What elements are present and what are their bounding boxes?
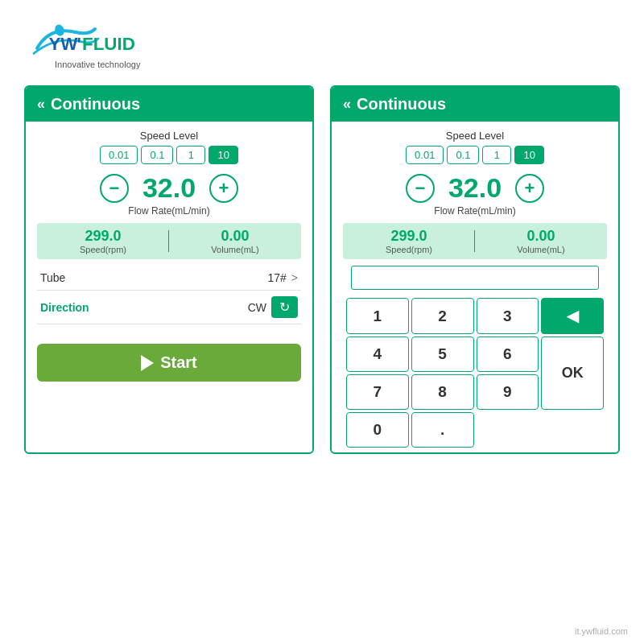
- direction-toggle-left[interactable]: ↻: [271, 296, 298, 318]
- panel-left-header: « Continuous: [26, 87, 312, 122]
- start-button[interactable]: Start: [37, 344, 301, 382]
- svg-text:FLUID: FLUID: [82, 34, 135, 54]
- stat-speed-value-right: 299.0: [343, 228, 475, 245]
- decrease-btn-right[interactable]: −: [406, 174, 435, 203]
- panel-left-title: Continuous: [51, 95, 140, 114]
- stat-volume-value-right: 0.00: [475, 228, 607, 245]
- stat-speed-label-right: Speed(rpm): [343, 245, 475, 254]
- key-dot[interactable]: .: [411, 412, 474, 448]
- key-ok[interactable]: OK: [541, 336, 604, 410]
- back-icon-right[interactable]: «: [343, 96, 349, 113]
- speed-label-left: Speed Level: [37, 130, 301, 142]
- tube-value-left[interactable]: 17# >: [267, 271, 298, 284]
- logo-svg: YW ' FLUID: [24, 14, 153, 63]
- stat-speed-value-left: 299.0: [37, 228, 169, 245]
- play-icon: [141, 355, 154, 371]
- key-6[interactable]: 6: [477, 336, 539, 372]
- stat-volume-left: 0.00 Volume(mL): [169, 228, 301, 254]
- stat-volume-label-right: Volume(mL): [475, 245, 607, 254]
- key-backspace[interactable]: ◀: [541, 298, 604, 334]
- key-9[interactable]: 9: [477, 374, 539, 410]
- flow-rate-row-right: − 32.0 +: [343, 172, 607, 204]
- direction-value-left: CW ↻: [248, 296, 298, 318]
- flow-value-left: 32.0: [137, 172, 201, 204]
- panels-container: « Continuous Speed Level 0.01 0.1 1 10 −…: [0, 85, 644, 454]
- start-btn-wrap: Start: [26, 332, 312, 391]
- speed-btn-0.01-left[interactable]: 0.01: [100, 146, 138, 164]
- panel-right-body: Speed Level 0.01 0.1 1 10 − 32.0 + Flow …: [332, 122, 618, 452]
- watermark: it.ywfluid.com: [575, 626, 628, 636]
- panel-left: « Continuous Speed Level 0.01 0.1 1 10 −…: [24, 85, 314, 454]
- key-3[interactable]: 3: [477, 298, 539, 334]
- increase-btn-left[interactable]: +: [209, 174, 238, 203]
- speed-buttons-right: 0.01 0.1 1 10: [343, 146, 607, 164]
- stat-volume-value-left: 0.00: [169, 228, 301, 245]
- key-8[interactable]: 8: [411, 374, 474, 410]
- keypad-input-display: [351, 266, 599, 290]
- flow-rate-row-left: − 32.0 +: [37, 172, 301, 204]
- tube-chevron-left: >: [291, 271, 298, 284]
- keypad-grid: 1 2 3 ◀ 4 5 6 OK 7 8 9 0 .: [343, 295, 607, 452]
- speed-btn-10-right[interactable]: 10: [514, 146, 543, 164]
- flow-unit-right: Flow Rate(mL/min): [343, 205, 607, 217]
- panel-right-title: Continuous: [357, 95, 446, 114]
- stat-speed-right: 299.0 Speed(rpm): [343, 228, 475, 254]
- logo-area: YW ' FLUID Innovative technology: [0, 0, 644, 77]
- increase-btn-right[interactable]: +: [515, 174, 544, 203]
- start-label: Start: [160, 353, 197, 372]
- panel-right: « Continuous Speed Level 0.01 0.1 1 10 −…: [330, 85, 620, 454]
- panel-left-body: Speed Level 0.01 0.1 1 10 − 32.0 + Flow …: [26, 122, 312, 332]
- flow-value-right: 32.0: [443, 172, 507, 204]
- panel-right-header: « Continuous: [332, 87, 618, 122]
- key-0[interactable]: 0: [346, 412, 409, 448]
- direction-row-left: Direction CW ↻: [37, 291, 301, 324]
- key-5[interactable]: 5: [411, 336, 474, 372]
- speed-label-right: Speed Level: [343, 130, 607, 142]
- stat-volume-label-left: Volume(mL): [169, 245, 301, 254]
- key-7[interactable]: 7: [346, 374, 409, 410]
- tube-label-left: Tube: [40, 271, 65, 284]
- decrease-btn-left[interactable]: −: [100, 174, 129, 203]
- speed-btn-1-right[interactable]: 1: [482, 146, 511, 164]
- logo-tagline: Innovative technology: [55, 60, 140, 69]
- key-empty: [477, 412, 539, 448]
- key-2[interactable]: 2: [411, 298, 474, 334]
- tube-row-left: Tube 17# >: [37, 266, 301, 291]
- stat-speed-left: 299.0 Speed(rpm): [37, 228, 169, 254]
- speed-btn-0.1-left[interactable]: 0.1: [141, 146, 173, 164]
- speed-btn-0.1-right[interactable]: 0.1: [447, 146, 479, 164]
- direction-label-left: Direction: [40, 301, 89, 314]
- back-icon-left[interactable]: «: [37, 96, 43, 113]
- flow-unit-left: Flow Rate(mL/min): [37, 205, 301, 217]
- stat-volume-right: 0.00 Volume(mL): [475, 228, 607, 254]
- direction-cw-left: CW: [248, 301, 266, 314]
- svg-text:YW: YW: [48, 34, 78, 54]
- key-4[interactable]: 4: [346, 336, 409, 372]
- stat-speed-label-left: Speed(rpm): [37, 245, 169, 254]
- speed-buttons-left: 0.01 0.1 1 10: [37, 146, 301, 164]
- stats-row-left: 299.0 Speed(rpm) 0.00 Volume(mL): [37, 223, 301, 259]
- stats-row-right: 299.0 Speed(rpm) 0.00 Volume(mL): [343, 223, 607, 259]
- speed-btn-0.01-right[interactable]: 0.01: [406, 146, 444, 164]
- key-1[interactable]: 1: [346, 298, 409, 334]
- speed-btn-10-left[interactable]: 10: [208, 146, 237, 164]
- speed-btn-1-left[interactable]: 1: [176, 146, 205, 164]
- svg-text:': ': [77, 34, 81, 54]
